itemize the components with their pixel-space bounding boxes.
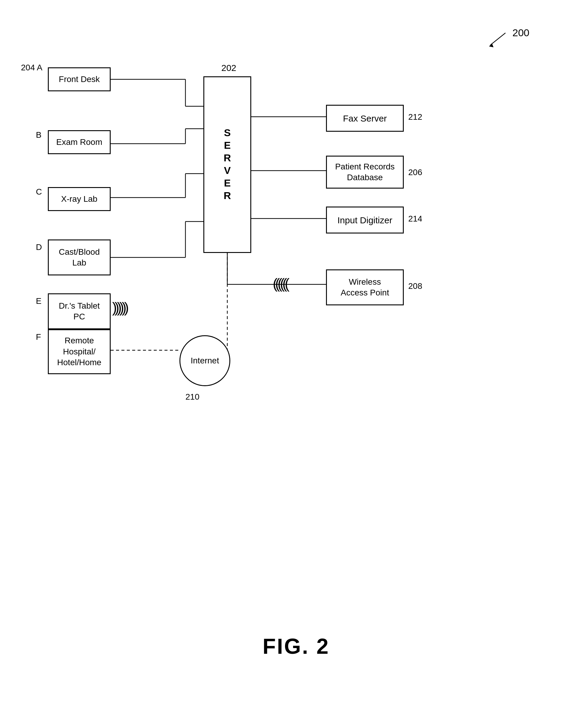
figure-label: FIG. 2 <box>262 634 330 659</box>
exam-room-letter: B <box>36 130 42 140</box>
server-box: SERVER <box>203 76 251 253</box>
patient-records-ref: 206 <box>408 168 422 177</box>
diagram: 200 <box>18 24 574 683</box>
remote-hospital-box: Remote Hospital/ Hotel/Home <box>48 329 111 374</box>
xray-lab-box: X-ray Lab <box>48 187 111 211</box>
input-digitizer-box: Input Digitizer <box>326 206 404 234</box>
patient-records-box: Patient Records Database <box>326 156 404 188</box>
wireless-ap-ref: 208 <box>408 281 422 291</box>
server-ref: 202 <box>221 63 236 73</box>
internet-circle: Internet <box>180 335 230 386</box>
fax-server-box: Fax Server <box>326 105 404 132</box>
input-digitizer-ref: 214 <box>408 214 422 224</box>
dr-tablet-box: Dr.'s Tablet PC <box>48 294 111 329</box>
wireless-arcs-right: )))))) <box>275 276 290 292</box>
exam-room-box: Exam Room <box>48 130 111 154</box>
internet-ref: 210 <box>185 392 200 402</box>
front-desk-box: Front Desk <box>48 67 111 91</box>
wireless-arcs-left: )))))) <box>112 299 127 316</box>
svg-line-0 <box>490 33 505 45</box>
ref-200-label: 200 <box>512 27 529 39</box>
cast-blood-letter: D <box>36 242 42 252</box>
dr-tablet-letter: E <box>36 296 42 306</box>
cast-blood-box: Cast/Blood Lab <box>48 240 111 276</box>
remote-hospital-letter: F <box>36 332 41 342</box>
xray-lab-letter: C <box>36 187 42 197</box>
front-desk-ref: 204 A <box>21 63 42 73</box>
wireless-ap-box: Wireless Access Point <box>326 269 404 305</box>
fax-server-ref: 212 <box>408 112 422 122</box>
